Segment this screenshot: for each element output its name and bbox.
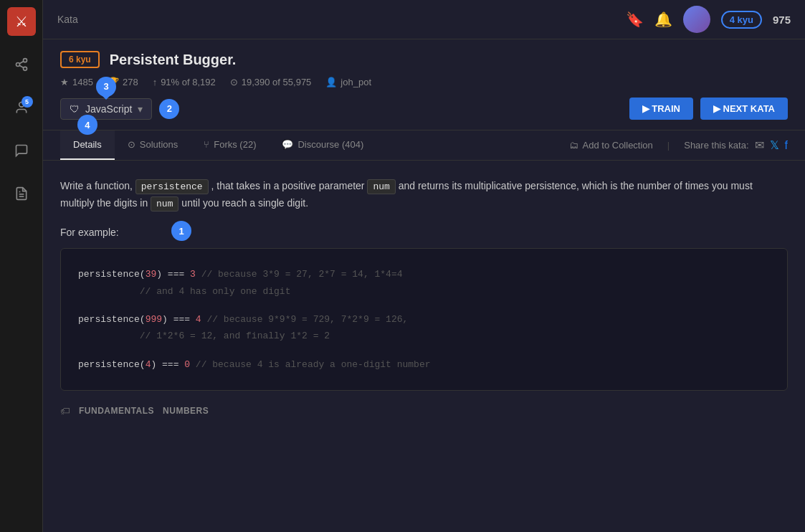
logo-icon[interactable]: ⚔	[7, 7, 36, 36]
action-buttons: ▶ TRAIN ▶ NEXT KATA	[629, 98, 788, 120]
code-block: persistence(39) === 3 // because 3*9 = 2…	[60, 248, 788, 391]
example-label: For example:	[60, 227, 788, 238]
add-to-collection-button[interactable]: 🗂 Add to Collection	[569, 140, 653, 151]
code-spacer-1	[78, 300, 770, 311]
email-share-icon[interactable]: ✉	[755, 138, 764, 152]
author-value: joh_pot	[340, 77, 371, 87]
add-collection-label: Add to Collection	[583, 140, 653, 151]
tab-right-actions: 🗂 Add to Collection | Share this kata: ✉…	[569, 138, 788, 152]
desc-func-name: persistence	[135, 179, 209, 194]
next-kata-button[interactable]: ▶ NEXT KATA	[700, 98, 788, 120]
tooltip-badge-3: 3	[96, 77, 116, 97]
content-area: 6 kyu Persistent Bugger. ★ 1485 🏆 278	[43, 39, 805, 532]
train-button[interactable]: ▶ TRAIN	[629, 98, 693, 120]
main-content: Kata 🔖 🔔 4 kyu 975 6 kyu Persistent Bugg…	[43, 0, 805, 532]
shield-icon: 🛡	[70, 103, 80, 115]
bookmark-icon[interactable]: 🔖	[626, 11, 644, 28]
badge-3-container: 3 🛡 JavaScript ▾	[60, 98, 152, 120]
tab-discourse[interactable]: 💬 Discourse (404)	[269, 130, 376, 160]
avatar[interactable]	[683, 6, 710, 33]
tab-discourse-label: Discourse (404)	[297, 139, 363, 150]
tag-icon: 🏷	[60, 405, 70, 417]
twitter-share-icon[interactable]: 𝕏	[770, 138, 779, 152]
sidebar-item-profile[interactable]: 5	[7, 93, 36, 122]
code-line-4: // 1*2*6 = 12, and finally 1*2 = 2	[78, 328, 770, 344]
code-spacer-2	[78, 345, 770, 356]
code-line-1: persistence(39) === 3 // because 3*9 = 2…	[78, 266, 770, 282]
kata-meta: ★ 1485 🏆 278 ↑ 91% of 8,192 ⊙ 19,390 of …	[60, 77, 788, 87]
success-meta: ↑ 91% of 8,192	[153, 77, 216, 87]
author-icon: 👤	[325, 77, 337, 87]
kyu-tag: 6 kyu	[60, 51, 100, 68]
code-line-5: persistence(4) === 0 // because 4 is alr…	[78, 356, 770, 373]
svg-point-0	[23, 59, 27, 62]
topbar: Kata 🔖 🔔 4 kyu 975	[43, 0, 805, 39]
desc-intro: Write a function,	[60, 180, 135, 191]
kata-name: Persistent Bugger.	[110, 52, 237, 68]
tooltip-badge-1: 1	[171, 221, 191, 241]
language-selector[interactable]: 🛡 JavaScript ▾	[60, 98, 152, 120]
topbar-actions: 🔖 🔔 4 kyu 975	[626, 6, 791, 33]
tab-details-label: Details	[73, 139, 102, 150]
kyu-badge: 4 kyu	[721, 11, 762, 29]
badge-4-container: 4 Details	[60, 130, 115, 160]
kata-description: Write a function, persistence , that tak…	[60, 178, 788, 212]
divider: |	[667, 140, 670, 151]
desc-rest2: until you reach a single digit.	[178, 197, 308, 209]
star-icon: ★	[60, 77, 69, 87]
tab-solutions[interactable]: ⊙ Solutions	[115, 130, 191, 160]
chevron-down-icon: ▾	[138, 103, 143, 115]
badge-2-container: 2	[159, 99, 182, 119]
sidebar: ⚔ 5	[0, 0, 43, 532]
collection-icon: 🗂	[569, 140, 578, 151]
stars-meta: ★ 1485	[60, 77, 93, 87]
svg-point-1	[16, 63, 19, 67]
code-line-2: // and 4 has only one digit	[78, 283, 770, 300]
kata-header: 6 kyu Persistent Bugger. ★ 1485 🏆 278	[43, 39, 805, 130]
bell-icon[interactable]: 🔔	[654, 11, 672, 28]
stars-value: 1485	[72, 77, 93, 87]
tab-forks[interactable]: ⑂ Forks (22)	[191, 130, 269, 160]
svg-line-3	[19, 65, 24, 67]
sidebar-item-docs[interactable]	[7, 179, 36, 208]
share-section: Share this kata: ✉ 𝕏 f	[684, 138, 788, 152]
svg-line-4	[19, 61, 24, 63]
page-title: Kata	[57, 14, 626, 25]
tab-details[interactable]: Details	[60, 130, 115, 160]
sidebar-item-git[interactable]	[7, 50, 36, 79]
kata-title-row: 6 kyu Persistent Bugger.	[60, 51, 788, 68]
lang-action-row: 3 🛡 JavaScript ▾ 2	[60, 98, 788, 130]
tabs-bar: 4 Details ⊙ Solutions ⑂ Forks (22) 💬 Dis…	[43, 130, 805, 161]
completions-value: 19,390 of 55,975	[242, 77, 312, 87]
code-line-3: persistence(999) === 4 // because 9*9*9 …	[78, 311, 770, 328]
facebook-share-icon[interactable]: f	[785, 139, 788, 152]
badge-number: 5	[22, 96, 33, 108]
tag-fundamentals[interactable]: FUNDAMENTALS	[79, 406, 154, 416]
language-label: JavaScript	[85, 103, 132, 115]
success-value: 91% of 8,192	[161, 77, 216, 87]
badge-3-arrow	[102, 95, 110, 100]
success-icon: ↑	[153, 77, 158, 87]
solutions-icon: ⊙	[128, 139, 135, 150]
sidebar-item-chat[interactable]	[7, 136, 36, 165]
tooltip-badge-4: 4	[77, 115, 97, 135]
desc-param: num	[367, 179, 395, 194]
desc-param2: num	[151, 196, 178, 212]
completions-icon: ⊙	[230, 77, 238, 87]
kata-body: Write a function, persistence , that tak…	[43, 161, 805, 434]
chat-icon: 💬	[282, 139, 293, 150]
author-meta: 👤 joh_pot	[325, 77, 371, 87]
app-container: ⚔ 5	[0, 0, 805, 532]
votes-value: 278	[123, 77, 138, 87]
svg-point-2	[23, 67, 27, 70]
tooltip-badge-2: 2	[159, 99, 179, 119]
share-label: Share this kata:	[684, 140, 748, 151]
tab-solutions-label: Solutions	[140, 139, 178, 150]
completions-meta: ⊙ 19,390 of 55,975	[230, 77, 312, 87]
fork-icon: ⑂	[204, 139, 209, 150]
tab-forks-label: Forks (22)	[214, 139, 256, 150]
xp-count: 975	[773, 14, 791, 26]
tag-numbers[interactable]: NUMBERS	[163, 406, 209, 416]
tags-section: 🏷 FUNDAMENTALS NUMBERS	[60, 405, 788, 417]
desc-middle: , that takes in a positive parameter	[209, 180, 368, 191]
